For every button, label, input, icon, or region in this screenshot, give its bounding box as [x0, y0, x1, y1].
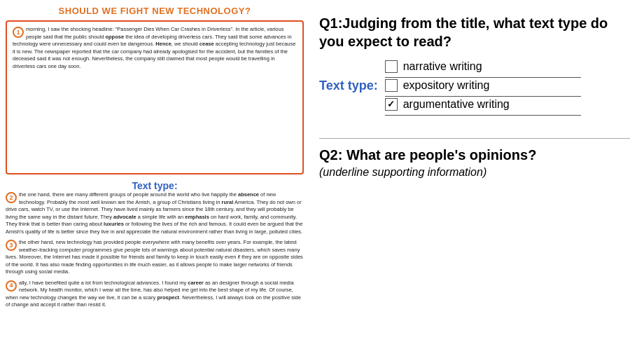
- q2-title: Q2: What are people's opinions?: [319, 147, 630, 163]
- options-area: Text type: narrative writing expository …: [319, 60, 630, 116]
- lower-paragraphs: 2 the one hand, there are many different…: [6, 191, 304, 363]
- text-type-col: Text type:: [319, 60, 385, 93]
- option-argumentative-label: argumentative writing: [403, 98, 510, 111]
- q2-subtitle: (underline supporting information): [319, 166, 630, 179]
- option-argumentative[interactable]: argumentative writing: [385, 98, 581, 116]
- q2-label: Q2:: [319, 147, 342, 163]
- q1-label: Q1:: [319, 15, 342, 31]
- para-number-2: 2: [6, 192, 17, 203]
- text-type-inline-label: Text type:: [319, 78, 378, 93]
- q2-text: What are people's opinions?: [346, 147, 536, 163]
- left-panel: SHOULD WE FIGHT NEW TECHNOLOGY? 1 mornin…: [0, 0, 308, 363]
- option-expository-label: expository writing: [403, 79, 490, 92]
- article-title: SHOULD WE FIGHT NEW TECHNOLOGY?: [6, 6, 304, 16]
- paragraph-2-area: 2 the one hand, there are many different…: [6, 191, 304, 309]
- options-col: narrative writing expository writing arg…: [385, 60, 581, 116]
- q1-title: Q1:Judging from the title, what text typ…: [319, 14, 630, 50]
- article-body: 1 morning, I saw the shocking headline: …: [6, 20, 304, 174]
- paragraph-1: 1 morning, I saw the shocking headline: …: [13, 26, 297, 70]
- option-expository[interactable]: expository writing: [385, 79, 581, 97]
- divider: [319, 138, 630, 139]
- option-narrative-label: narrative writing: [403, 60, 482, 73]
- text-type-section: Text type:: [6, 180, 304, 191]
- para-number-3: 3: [6, 240, 17, 251]
- checkbox-argumentative[interactable]: [385, 98, 398, 111]
- checkbox-narrative[interactable]: [385, 60, 398, 73]
- question-2-block: Q2: What are people's opinions? (underli…: [319, 147, 630, 179]
- para-number-4: 4: [6, 280, 17, 292]
- para-number-1: 1: [13, 27, 24, 38]
- checkbox-expository[interactable]: [385, 79, 398, 92]
- q1-text: Judging from the title, what text type d…: [319, 15, 608, 49]
- text-type-label: Text type:: [6, 180, 304, 191]
- option-narrative[interactable]: narrative writing: [385, 60, 581, 78]
- question-1-block: Q1:Judging from the title, what text typ…: [319, 14, 630, 116]
- right-panel: Q1:Judging from the title, what text typ…: [308, 0, 644, 363]
